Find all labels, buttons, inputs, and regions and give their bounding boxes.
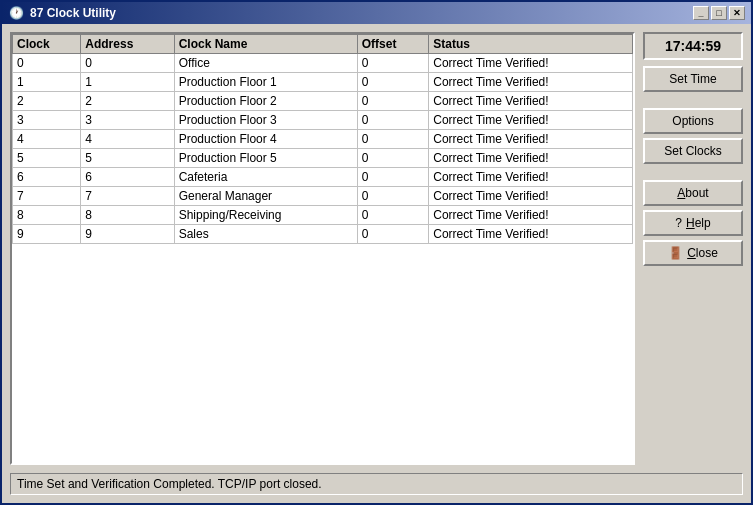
cell-status: Correct Time Verified! [429, 187, 633, 206]
cell-offset: 0 [357, 92, 429, 111]
time-display: 17:44:59 [643, 32, 743, 60]
cell-offset: 0 [357, 206, 429, 225]
cell-offset: 0 [357, 225, 429, 244]
table-body: 00Office0Correct Time Verified!11Product… [13, 54, 633, 244]
cell-name: Sales [174, 225, 357, 244]
col-address: Address [81, 35, 174, 54]
cell-address: 9 [81, 225, 174, 244]
table-row: 66Cafeteria0Correct Time Verified! [13, 168, 633, 187]
cell-clock: 0 [13, 54, 81, 73]
cell-clock: 9 [13, 225, 81, 244]
cell-address: 7 [81, 187, 174, 206]
cell-offset: 0 [357, 73, 429, 92]
help-label: Help [686, 216, 711, 230]
cell-clock: 1 [13, 73, 81, 92]
table-row: 33Production Floor 30Correct Time Verifi… [13, 111, 633, 130]
cell-offset: 0 [357, 149, 429, 168]
title-bar-left: 🕐 87 Clock Utility [8, 5, 116, 21]
cell-address: 8 [81, 206, 174, 225]
cell-name: Production Floor 3 [174, 111, 357, 130]
cell-status: Correct Time Verified! [429, 54, 633, 73]
title-buttons: _ □ ✕ [693, 6, 745, 20]
cell-offset: 0 [357, 130, 429, 149]
status-text: Time Set and Verification Completed. TCP… [17, 477, 322, 491]
col-clock: Clock [13, 35, 81, 54]
cell-clock: 3 [13, 111, 81, 130]
cell-name: Production Floor 5 [174, 149, 357, 168]
maximize-button[interactable]: □ [711, 6, 727, 20]
set-time-button[interactable]: Set Time [643, 66, 743, 92]
cell-clock: 4 [13, 130, 81, 149]
cell-status: Correct Time Verified! [429, 92, 633, 111]
close-icon: 🚪 [668, 246, 683, 260]
main-area: Clock Address Clock Name Offset Status 0… [10, 32, 743, 465]
table-row: 99Sales0Correct Time Verified! [13, 225, 633, 244]
cell-clock: 2 [13, 92, 81, 111]
cell-address: 6 [81, 168, 174, 187]
cell-name: Production Floor 4 [174, 130, 357, 149]
title-bar: 🕐 87 Clock Utility _ □ ✕ [2, 2, 751, 24]
content-area: Clock Address Clock Name Offset Status 0… [2, 24, 751, 503]
close-window-button[interactable]: ✕ [729, 6, 745, 20]
cell-address: 1 [81, 73, 174, 92]
cell-name: Shipping/Receiving [174, 206, 357, 225]
cell-address: 0 [81, 54, 174, 73]
cell-offset: 0 [357, 54, 429, 73]
table-row: 88Shipping/Receiving0Correct Time Verifi… [13, 206, 633, 225]
cell-address: 5 [81, 149, 174, 168]
cell-offset: 0 [357, 187, 429, 206]
table-row: 77General Manager0Correct Time Verified! [13, 187, 633, 206]
close-button[interactable]: 🚪 Close [643, 240, 743, 266]
table-row: 00Office0Correct Time Verified! [13, 54, 633, 73]
cell-name: Office [174, 54, 357, 73]
main-window: 🕐 87 Clock Utility _ □ ✕ Clock Address C… [0, 0, 753, 505]
cell-clock: 6 [13, 168, 81, 187]
cell-status: Correct Time Verified! [429, 73, 633, 92]
cell-address: 2 [81, 92, 174, 111]
cell-offset: 0 [357, 168, 429, 187]
col-status: Status [429, 35, 633, 54]
minimize-button[interactable]: _ [693, 6, 709, 20]
cell-status: Correct Time Verified! [429, 149, 633, 168]
set-clocks-button[interactable]: Set Clocks [643, 138, 743, 164]
cell-status: Correct Time Verified! [429, 225, 633, 244]
clock-table: Clock Address Clock Name Offset Status 0… [12, 34, 633, 244]
table-container: Clock Address Clock Name Offset Status 0… [10, 32, 635, 465]
help-icon: ? [675, 216, 682, 230]
cell-address: 3 [81, 111, 174, 130]
cell-name: Cafeteria [174, 168, 357, 187]
cell-offset: 0 [357, 111, 429, 130]
table-row: 44Production Floor 40Correct Time Verifi… [13, 130, 633, 149]
options-button[interactable]: Options [643, 108, 743, 134]
help-button[interactable]: ? Help [643, 210, 743, 236]
window-icon: 🕐 [8, 5, 24, 21]
cell-status: Correct Time Verified! [429, 130, 633, 149]
cell-status: Correct Time Verified! [429, 168, 633, 187]
about-label: About [677, 186, 708, 200]
cell-clock: 7 [13, 187, 81, 206]
col-offset: Offset [357, 35, 429, 54]
sidebar: 17:44:59 Set Time Options Set Clocks Abo… [643, 32, 743, 465]
status-bar: Time Set and Verification Completed. TCP… [10, 473, 743, 495]
cell-address: 4 [81, 130, 174, 149]
cell-name: Production Floor 2 [174, 92, 357, 111]
cell-status: Correct Time Verified! [429, 206, 633, 225]
cell-status: Correct Time Verified! [429, 111, 633, 130]
cell-clock: 5 [13, 149, 81, 168]
table-row: 55Production Floor 50Correct Time Verifi… [13, 149, 633, 168]
table-header: Clock Address Clock Name Offset Status [13, 35, 633, 54]
cell-name: Production Floor 1 [174, 73, 357, 92]
about-button[interactable]: About [643, 180, 743, 206]
table-row: 22Production Floor 20Correct Time Verifi… [13, 92, 633, 111]
window-title: 87 Clock Utility [30, 6, 116, 20]
close-label: Close [687, 246, 718, 260]
table-row: 11Production Floor 10Correct Time Verifi… [13, 73, 633, 92]
header-row: Clock Address Clock Name Offset Status [13, 35, 633, 54]
cell-clock: 8 [13, 206, 81, 225]
col-clock-name: Clock Name [174, 35, 357, 54]
cell-name: General Manager [174, 187, 357, 206]
